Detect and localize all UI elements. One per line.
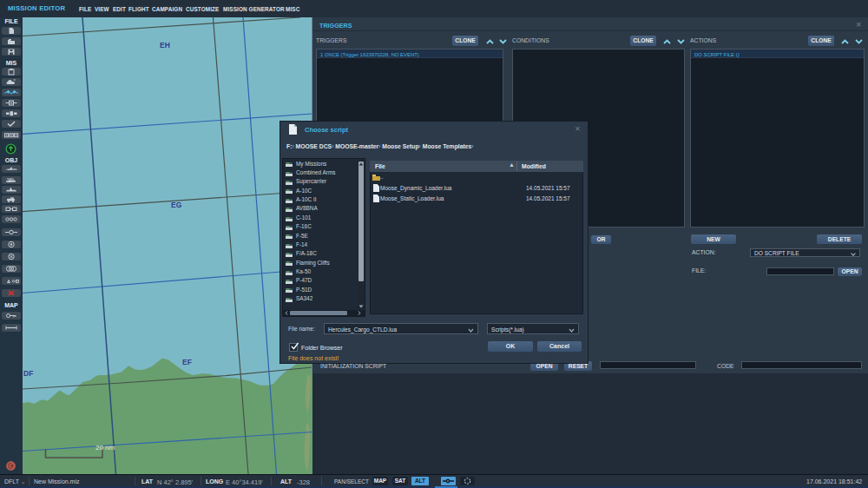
svg-text:DF: DF — [23, 369, 33, 378]
svg-text:EH: EH — [160, 41, 170, 49]
svg-text:20 nm: 20 nm — [95, 444, 115, 452]
svg-text:EF: EF — [182, 358, 192, 366]
svg-text:EG: EG — [171, 201, 182, 209]
